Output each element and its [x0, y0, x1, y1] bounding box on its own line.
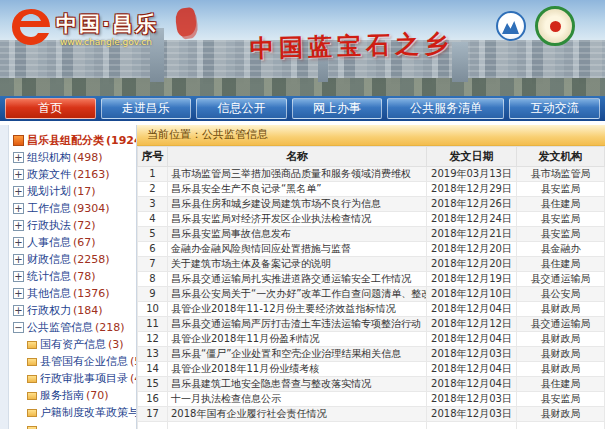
- row-org: 县住建局: [517, 377, 605, 392]
- row-number: 17: [138, 407, 168, 422]
- table-row: 16十一月执法检查信息公示2018年12月03日县安监局: [138, 392, 605, 407]
- collapse-icon[interactable]: −: [13, 322, 24, 333]
- nav-tab-info-disclosure[interactable]: 信息公开: [196, 98, 287, 119]
- row-title-link[interactable]: 昌乐县安监局事故信息发布: [168, 227, 427, 242]
- folder-icon: [27, 426, 37, 429]
- row-number: 16: [138, 392, 168, 407]
- sidebar-item[interactable]: +组织机构(498): [13, 149, 136, 166]
- row-title-link[interactable]: 昌乐县交通运输局扎实推进道路交通运输安全工作情况: [168, 272, 427, 287]
- row-title-link[interactable]: 昌乐县建筑工地安全隐患督查与整改落实情况: [168, 377, 427, 392]
- sidebar-item-count: (498): [73, 151, 103, 164]
- row-org: 县金融办: [517, 242, 605, 257]
- table-row: 3昌乐县住房和城乡建设局建筑市场不良行为信息2018年12月26日县住建局: [138, 197, 605, 212]
- row-org: 县安监局: [517, 182, 605, 197]
- sidebar-item[interactable]: +人事信息(67): [13, 234, 136, 251]
- table-row: 5昌乐县安监局事故信息发布2018年12月21日县安监局: [138, 227, 605, 242]
- table-row: 8昌乐县交通运输局扎实推进道路交通运输安全工作情况2018年12月19日县交通运…: [138, 272, 605, 287]
- row-org: 县交通运输局: [517, 317, 605, 332]
- row-title-link[interactable]: 昌乐县住房和城乡建设局建筑市场不良行为信息: [168, 197, 427, 212]
- row-title-link[interactable]: 昌乐县公安局关于“一次办好”改革工作自查问题清单、整改落实情况: [168, 287, 427, 302]
- row-title-link[interactable]: 昌乐县“僵尸”企业处置和空壳企业治理结果相关信息: [168, 347, 427, 362]
- table-row: 7关于建筑市场主体及备案记录的说明2018年12月20日县住建局: [138, 257, 605, 272]
- row-org: 县住建局: [517, 197, 605, 212]
- row-number: 6: [138, 242, 168, 257]
- sidebar-item[interactable]: +其他信息(1376): [13, 285, 136, 302]
- nav-tab-home[interactable]: 首页: [5, 98, 96, 119]
- row-title-link[interactable]: 昌乐县安全生产不良记录“黑名单”: [168, 182, 427, 197]
- row-title-link[interactable]: 金融办金融风险舆情回应处置措施与监督: [168, 242, 427, 257]
- row-title-link[interactable]: 县管企业2018年11-12月份主要经济效益指标情况: [168, 302, 427, 317]
- row-date: 2018年12月12日: [427, 317, 517, 332]
- sidebar-item[interactable]: 国有资产信息(3): [13, 336, 136, 353]
- expand-icon[interactable]: +: [13, 271, 24, 282]
- header-banner: 中国·昌乐 www.changle.gov.cn 中国蓝宝石之乡: [0, 0, 605, 96]
- sidebar-item[interactable]: [13, 421, 136, 429]
- sidebar-item-label: 行政执法: [27, 218, 71, 233]
- sidebar-item-label: 户籍制度改革政策与解...: [40, 405, 136, 420]
- sidebar-root-category[interactable]: 昌乐县组配分类 (19247): [13, 132, 136, 149]
- row-number: 8: [138, 272, 168, 287]
- row-title-link[interactable]: 县管企业2018年11月份盈利情况: [168, 332, 427, 347]
- expand-icon[interactable]: +: [13, 186, 24, 197]
- sidebar-item[interactable]: 县管国有企业信息(5): [13, 353, 136, 370]
- expand-icon[interactable]: +: [13, 169, 24, 180]
- slogan-calligraphy: 中国蓝宝石之乡: [250, 27, 454, 64]
- row-org: 县市场监管局: [517, 167, 605, 182]
- sidebar-item[interactable]: 行政审批事项目录(4): [13, 370, 136, 387]
- row-date: 2018年12月19日: [427, 272, 517, 287]
- expand-icon[interactable]: +: [13, 288, 24, 299]
- sidebar-item[interactable]: +规划计划(17): [13, 183, 136, 200]
- calligraphy-seal: [174, 7, 198, 38]
- expand-icon[interactable]: +: [13, 305, 24, 316]
- row-title-link[interactable]: 昌乐县交通运输局严厉打击渣土车违法运输专项整治行动: [168, 317, 427, 332]
- site-logo-icon: [8, 6, 54, 48]
- folder-icon: [27, 392, 37, 400]
- site-url: www.changle.gov.cn: [60, 37, 152, 47]
- row-date: 2018年12月04日: [427, 362, 517, 377]
- sidebar-item-label: 工作信息: [27, 201, 71, 216]
- sidebar-item-count: (3): [108, 338, 124, 351]
- row-title-link[interactable]: 十一月执法检查信息公示: [168, 392, 427, 407]
- sidebar-item-count: (5): [130, 355, 136, 368]
- row-date: 2018年12月24日: [427, 212, 517, 227]
- sidebar-item[interactable]: −公共监管信息(218): [13, 319, 136, 336]
- table-row: 1县市场监管局三举措加强商品质量和服务领域消费维权2019年03月13日县市场监…: [138, 167, 605, 182]
- sidebar-item[interactable]: +工作信息(9304): [13, 200, 136, 217]
- sidebar-item-label: 人事信息: [27, 235, 71, 250]
- sidebar-item[interactable]: +政策文件(2163): [13, 166, 136, 183]
- row-date: 2018年12月26日: [427, 197, 517, 212]
- table-row: 10县管企业2018年11-12月份主要经济效益指标情况2018年12月04日县…: [138, 302, 605, 317]
- sidebar-item-count: (70): [86, 389, 109, 402]
- nav-tab-public-service-list[interactable]: 公共服务清单: [387, 98, 504, 119]
- row-number: 13: [138, 347, 168, 362]
- expand-icon[interactable]: +: [13, 152, 24, 163]
- sidebar-item[interactable]: +财政信息(2258): [13, 251, 136, 268]
- sidebar-item[interactable]: 户籍制度改革政策与解...: [13, 404, 136, 421]
- nav-tab-interaction[interactable]: 互动交流: [509, 98, 600, 119]
- sidebar-item[interactable]: +行政执法(72): [13, 217, 136, 234]
- row-title-link[interactable]: 县管企业2018年11月份业绩考核: [168, 362, 427, 377]
- row-title-link[interactable]: [168, 422, 427, 429]
- row-org: 县财政局: [517, 407, 605, 422]
- sidebar-item-label: 行政权力: [27, 303, 71, 318]
- sidebar-item-count: (17): [73, 185, 96, 198]
- sidebar-item[interactable]: +行政权力(184): [13, 302, 136, 319]
- row-title-link[interactable]: 2018年国有企业履行社会责任情况: [168, 407, 427, 422]
- row-title-link[interactable]: 昌乐县安监局对经济开发区企业执法检查情况: [168, 212, 427, 227]
- row-date: 2019年03月13日: [427, 167, 517, 182]
- expand-icon[interactable]: +: [13, 203, 24, 214]
- nav-tab-about-changle[interactable]: 走进昌乐: [101, 98, 192, 119]
- building: [452, 42, 468, 82]
- sidebar-item-count: (9304): [73, 202, 110, 215]
- expand-icon[interactable]: +: [13, 237, 24, 248]
- sidebar-item[interactable]: 服务指南(70): [13, 387, 136, 404]
- nav-tab-online-service[interactable]: 网上办事: [292, 98, 383, 119]
- row-title-link[interactable]: 县市场监管局三举措加强商品质量和服务领域消费维权: [168, 167, 427, 182]
- sidebar-item-count: (72): [73, 219, 96, 232]
- sidebar-item[interactable]: +统计信息(78): [13, 268, 136, 285]
- row-org: 县财政局: [517, 332, 605, 347]
- expand-icon[interactable]: +: [13, 254, 24, 265]
- table-body: 1县市场监管局三举措加强商品质量和服务领域消费维权2019年03月13日县市场监…: [138, 167, 605, 429]
- expand-icon[interactable]: +: [13, 220, 24, 231]
- row-title-link[interactable]: 关于建筑市场主体及备案记录的说明: [168, 257, 427, 272]
